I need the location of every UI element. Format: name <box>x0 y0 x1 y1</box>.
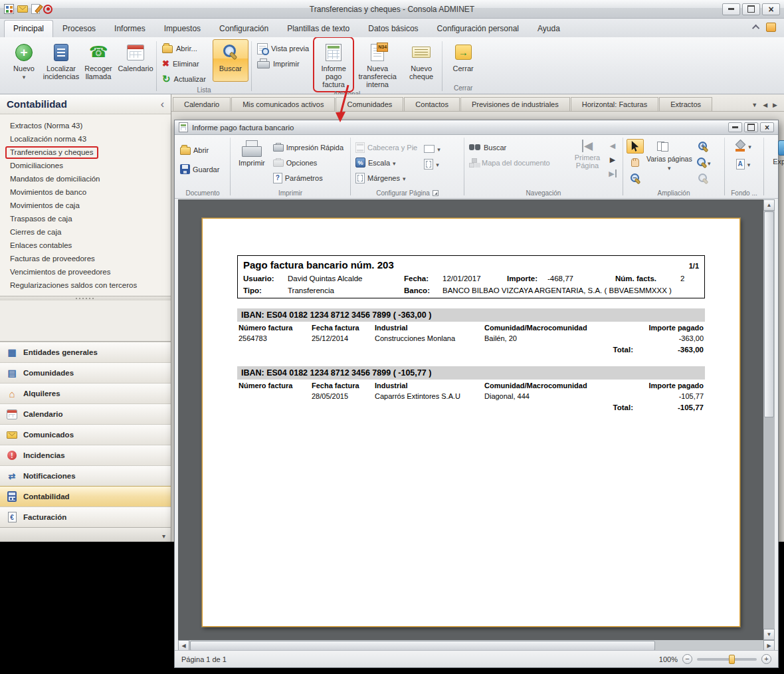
varias-paginas-button[interactable]: Varias páginas <box>646 155 692 172</box>
cabecera-pie-button[interactable]: Cabecera y Pie <box>354 140 421 154</box>
sidebar-item-localizacion[interactable]: Localización norma 43 <box>0 132 171 146</box>
ribbon-tab-plantillas[interactable]: Plantillas de texto <box>278 20 359 37</box>
report-minimize-button[interactable] <box>728 122 742 132</box>
tab-scroll-left-icon[interactable] <box>763 102 767 108</box>
tab-scroll-right-icon[interactable] <box>773 102 777 108</box>
doc-tab-previsiones[interactable]: Previsiones de industriales <box>460 97 570 111</box>
scroll-up-icon[interactable]: ▲ <box>763 199 775 211</box>
sidebar-item-regularizaciones[interactable]: Regularizaciones saldos con terceros <box>0 279 171 292</box>
nav-facturacion[interactable]: Facturación <box>0 506 171 527</box>
escala-button[interactable]: Escala <box>354 156 421 169</box>
report-imprimir-button[interactable]: Imprimir <box>234 139 270 187</box>
report-guardar-button[interactable]: Guardar <box>179 162 227 176</box>
sidebar-item-domiciliaciones[interactable]: Domiciliaciones <box>0 159 171 172</box>
horizontal-scroll-thumb[interactable] <box>190 641 655 651</box>
pointer-tool-button[interactable] <box>627 139 644 154</box>
zoom-fit-button[interactable] <box>695 171 712 185</box>
doc-tab-horizontal-facturas[interactable]: Horizontal: Facturas <box>571 97 658 111</box>
last-page-button[interactable] <box>606 168 619 180</box>
zoom-out-button[interactable] <box>627 171 644 185</box>
report-maximize-button[interactable] <box>744 122 758 132</box>
parametros-button[interactable]: Parámetros <box>272 171 347 185</box>
ribbon-options-icon[interactable] <box>766 23 776 32</box>
record-icon[interactable] <box>43 5 52 14</box>
minimize-button[interactable] <box>722 3 740 15</box>
maximize-button[interactable] <box>742 3 760 15</box>
previous-page-button[interactable] <box>606 140 619 152</box>
zoom-dropdown-button[interactable] <box>695 155 712 169</box>
next-page-button[interactable] <box>606 154 619 166</box>
zoom-slider[interactable] <box>697 658 757 661</box>
informe-pago-factura-button[interactable]: Informe pago factura <box>316 39 351 90</box>
sidebar-item-cierres[interactable]: Cierres de caja <box>0 225 171 239</box>
marca-agua-button[interactable] <box>735 157 754 171</box>
zoom-in-button[interactable] <box>695 139 712 154</box>
ribbon-tab-informes[interactable]: Informes <box>105 20 155 37</box>
hand-tool-button[interactable] <box>627 155 644 169</box>
margenes-button[interactable]: Márgenes <box>354 171 421 185</box>
ribbon-tab-configuracion[interactable]: Configuración <box>210 20 278 37</box>
dialog-launcher-icon[interactable] <box>433 190 439 196</box>
report-buscar-button[interactable]: Buscar <box>468 140 569 154</box>
nueva-transferencia-button[interactable]: N34 Nueva transferecia interna <box>353 39 402 90</box>
sidebar-item-vencimientos[interactable]: Vencimientos de proveedores <box>0 265 171 279</box>
ribbon-tab-principal[interactable]: Principal <box>4 20 53 37</box>
opciones-button[interactable]: Opciones <box>272 156 347 169</box>
zoom-slider-thumb[interactable] <box>729 655 735 664</box>
ribbon-tab-ayuda[interactable]: Ayuda <box>528 20 569 37</box>
zoom-out-button[interactable]: − <box>682 654 692 664</box>
ribbon-tab-datos-basicos[interactable]: Datos básicos <box>359 20 427 37</box>
pages-preview-button[interactable] <box>646 139 678 154</box>
vertical-scrollbar[interactable]: ▲ ▼ <box>763 199 775 640</box>
orientation-dropdown[interactable] <box>423 142 444 156</box>
mapa-documento-button[interactable]: Mapa del documento <box>468 156 569 169</box>
ribbon-tab-config-personal[interactable]: Configuración personal <box>428 20 528 37</box>
collapse-ribbon-icon[interactable] <box>752 25 759 32</box>
calendario-button[interactable]: Calendario <box>118 39 153 82</box>
ribbon-tab-impuestos[interactable]: Impuestos <box>155 20 210 37</box>
doc-tab-calendario[interactable]: Calendario <box>173 97 231 111</box>
nav-alquileres[interactable]: Alquileres <box>0 383 171 403</box>
recoger-llamada-button[interactable]: Recoger llamada <box>80 39 116 82</box>
app-icon[interactable] <box>4 4 14 14</box>
tab-overflow-icon[interactable] <box>751 102 757 108</box>
sidebar-item-enlaces[interactable]: Enlaces contables <box>0 239 171 252</box>
nav-contabilidad[interactable]: Contabilidad <box>0 486 171 506</box>
configure-buttons-icon[interactable] <box>162 529 165 541</box>
sidebar-item-mandatos[interactable]: Mandatos de domiciliación <box>0 172 171 185</box>
imprimir-button[interactable]: Imprimir <box>254 56 314 70</box>
fondo-color-button[interactable] <box>734 139 755 153</box>
sidebar-item-transferencias[interactable]: Tranferencias y cheques <box>0 146 171 159</box>
abrir-button[interactable]: Abrir... <box>159 41 211 55</box>
doc-tab-comunicados[interactable]: Mis comunicados activos <box>231 97 335 111</box>
eliminar-button[interactable]: Eliminar <box>159 56 211 70</box>
buscar-button[interactable]: Buscar <box>213 39 248 82</box>
sidebar-item-mov-banco[interactable]: Movimientos de banco <box>0 185 171 199</box>
nav-incidencias[interactable]: Incidencias <box>0 445 171 465</box>
doc-tab-comunidades[interactable]: Comunidades <box>336 97 403 111</box>
nuevo-button[interactable]: Nuevo <box>6 39 42 82</box>
mail-icon[interactable] <box>17 5 28 13</box>
actualizar-button[interactable]: Actualizar <box>159 72 211 86</box>
nav-comunicados[interactable]: Comunicados <box>0 424 171 445</box>
sidebar-item-traspasos[interactable]: Traspasos de caja <box>0 212 171 225</box>
doc-tab-extractos[interactable]: Extractos <box>659 97 712 111</box>
nav-calendario[interactable]: Calendario <box>0 403 171 424</box>
zoom-in-button[interactable]: + <box>761 654 771 664</box>
nav-entidades-generales[interactable]: Entidades generales <box>0 342 171 362</box>
nav-comunidades[interactable]: Comunidades <box>0 362 171 383</box>
sidebar-collapse-icon[interactable] <box>161 98 164 110</box>
nav-notificaciones[interactable]: Notificaciones <box>0 465 171 486</box>
report-abrir-button[interactable]: Abrir <box>179 143 227 157</box>
paper-size-dropdown[interactable] <box>423 157 444 171</box>
localizar-incidencias-button[interactable]: Localizar incidencias <box>43 39 79 82</box>
sidebar-item-extractos[interactable]: Extractos (Norma 43) <box>0 119 171 132</box>
vista-previa-button[interactable]: Vista previa <box>254 41 314 55</box>
ribbon-tab-procesos[interactable]: Procesos <box>53 20 105 37</box>
exportar-button[interactable]: Exportar <box>767 139 784 187</box>
cerrar-button[interactable]: Cerrar <box>445 39 481 82</box>
sidebar-item-mov-caja[interactable]: Movimientos de caja <box>0 199 171 212</box>
sidebar-item-facturas-prov[interactable]: Facturas de proveedores <box>0 252 171 265</box>
doc-tab-contactos[interactable]: Contactos <box>404 97 460 111</box>
sidebar-splitter[interactable] <box>0 296 171 300</box>
